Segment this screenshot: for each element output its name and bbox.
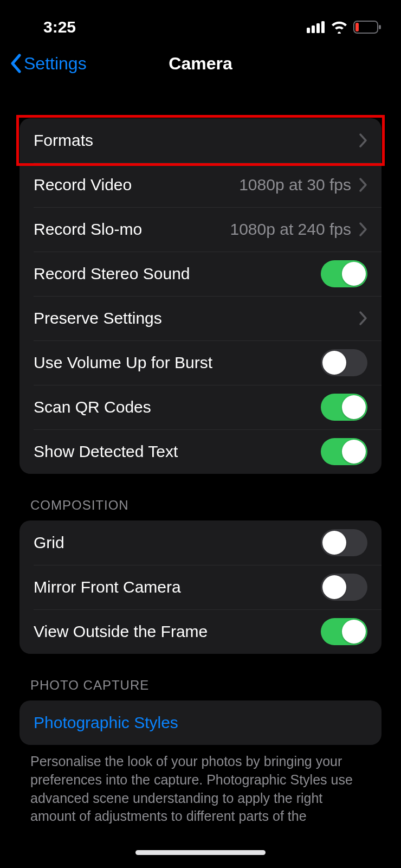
row-label: Record Video: [34, 176, 239, 194]
toggle-knob: [342, 395, 366, 419]
row-label: Scan QR Codes: [34, 398, 321, 416]
toggle-switch[interactable]: [321, 394, 367, 421]
row-label: Use Volume Up for Burst: [34, 353, 321, 372]
row-mirror-front-camera[interactable]: Mirror Front Camera: [20, 565, 381, 609]
section-header-photo-capture: PHOTO CAPTURE: [20, 654, 381, 700]
toggle-switch[interactable]: [321, 574, 367, 601]
chevron-left-icon: [10, 54, 22, 73]
section-footer-photo-capture: Personalise the look of your photos by b…: [20, 745, 381, 826]
row-label: Show Detected Text: [34, 442, 321, 461]
svg-rect-0: [307, 28, 310, 33]
row-show-detected-text[interactable]: Show Detected Text: [20, 429, 381, 474]
page-title: Camera: [169, 54, 232, 74]
row-use-volume-up-for-burst[interactable]: Use Volume Up for Burst: [20, 340, 381, 385]
toggle-switch[interactable]: [321, 349, 367, 376]
wifi-icon: [331, 21, 348, 34]
row-label: Record Slo-mo: [34, 220, 230, 239]
row-label: Formats: [34, 131, 359, 150]
toggle-knob: [342, 620, 366, 644]
row-scan-qr-codes[interactable]: Scan QR Codes: [20, 385, 381, 429]
row-grid[interactable]: Grid: [20, 520, 381, 565]
back-button[interactable]: Settings: [10, 54, 87, 74]
toggle-switch[interactable]: [321, 438, 367, 465]
toggle-knob: [322, 575, 346, 599]
content: FormatsRecord Video1080p at 30 fpsRecord…: [0, 89, 401, 826]
toggle-switch[interactable]: [321, 529, 367, 556]
toggle-knob: [342, 440, 366, 464]
toggle-switch[interactable]: [321, 618, 367, 645]
cellular-icon: [307, 21, 325, 33]
row-value: 1080p at 30 fps: [239, 176, 351, 194]
svg-rect-6: [355, 23, 359, 31]
chevron-right-icon: [359, 222, 367, 237]
row-label: Mirror Front Camera: [34, 578, 321, 596]
home-indicator: [135, 850, 266, 855]
chevron-right-icon: [359, 311, 367, 326]
row-label: View Outside the Frame: [34, 622, 321, 641]
row-record-slo-mo[interactable]: Record Slo-mo1080p at 240 fps: [20, 207, 381, 252]
toggle-knob: [322, 531, 346, 555]
chevron-right-icon: [359, 133, 367, 148]
status-icons: [307, 21, 381, 34]
section-header-composition: COMPOSITION: [20, 474, 381, 520]
row-view-outside-the-frame[interactable]: View Outside the Frame: [20, 609, 381, 654]
row-value: 1080p at 240 fps: [230, 220, 351, 239]
status-time: 3:25: [43, 18, 76, 36]
row-formats[interactable]: Formats: [20, 118, 381, 163]
row-record-stereo-sound[interactable]: Record Stereo Sound: [20, 252, 381, 296]
row-photographic-styles[interactable]: Photographic Styles: [20, 700, 381, 745]
chevron-right-icon: [359, 177, 367, 192]
back-label: Settings: [24, 54, 87, 74]
row-label: Record Stereo Sound: [34, 265, 321, 283]
svg-rect-3: [321, 21, 325, 33]
svg-rect-2: [316, 23, 320, 33]
status-bar: 3:25: [0, 0, 401, 43]
row-record-video[interactable]: Record Video1080p at 30 fps: [20, 163, 381, 207]
settings-group-photo-capture: Photographic Styles: [20, 700, 381, 745]
nav-bar: Settings Camera: [0, 43, 401, 89]
row-label: Grid: [34, 533, 321, 552]
toggle-knob: [342, 262, 366, 286]
svg-rect-1: [312, 25, 315, 33]
settings-group-main: FormatsRecord Video1080p at 30 fpsRecord…: [20, 118, 381, 474]
svg-rect-5: [379, 25, 381, 29]
battery-icon: [353, 21, 381, 34]
settings-group-composition: GridMirror Front CameraView Outside the …: [20, 520, 381, 654]
row-label: Photographic Styles: [34, 713, 367, 732]
toggle-switch[interactable]: [321, 260, 367, 287]
toggle-knob: [322, 351, 346, 375]
row-label: Preserve Settings: [34, 309, 359, 327]
row-preserve-settings[interactable]: Preserve Settings: [20, 296, 381, 340]
